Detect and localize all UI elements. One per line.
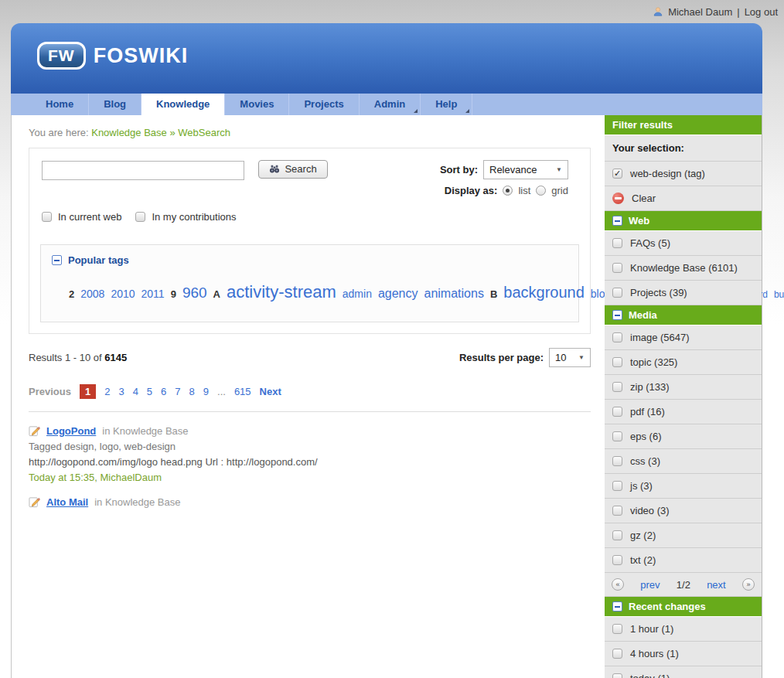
filter-item-label: eps (6) — [630, 431, 661, 442]
filter-item-label: Knowledge Base (6101) — [630, 262, 738, 274]
collapse-minus-icon[interactable] — [612, 216, 622, 226]
selection-checkbox[interactable]: ✓ — [612, 169, 622, 179]
tab-projects[interactable]: Projects — [289, 94, 359, 115]
page-link-last[interactable]: 615 — [234, 386, 251, 397]
search-panel: Search Sort by: Relevance ▼ Display — [29, 148, 591, 334]
search-input[interactable] — [42, 161, 244, 180]
search-scope-row: In current web In my contributions — [29, 202, 590, 235]
collapse-minus-icon[interactable] — [612, 310, 622, 320]
filter-item-label: gz (2) — [630, 530, 656, 541]
site-header: FW FOSWIKI — [11, 23, 762, 94]
tab-blog[interactable]: Blog — [89, 94, 141, 115]
filter-item-checkbox[interactable] — [612, 357, 622, 367]
filter-item-checkbox[interactable] — [612, 407, 622, 417]
logout-link[interactable]: Log out — [745, 6, 778, 18]
site-logo[interactable]: FW FOSWIKI — [37, 42, 188, 70]
page-link-2[interactable]: 2 — [104, 386, 110, 397]
breadcrumb-prefix: You are here: — [29, 127, 89, 138]
filter-item-checkbox[interactable] — [612, 530, 622, 540]
filter-item-label: js (3) — [630, 480, 653, 492]
page-link-6[interactable]: 6 — [161, 386, 166, 397]
pager-prev-link[interactable]: prev — [640, 579, 660, 591]
filter-item-checkbox[interactable] — [612, 288, 622, 298]
filter-item-checkbox[interactable] — [612, 506, 622, 516]
tag-2010[interactable]: 2010 — [111, 288, 135, 300]
filter-item-checkbox[interactable] — [612, 649, 622, 659]
user-name-link[interactable]: Michael Daum — [668, 6, 732, 18]
filter-item-checkbox[interactable] — [612, 456, 622, 466]
filter-item-checkbox[interactable] — [612, 673, 622, 678]
popular-tags-title: Popular tags — [68, 254, 129, 266]
pager-first-icon[interactable]: « — [612, 578, 624, 591]
filter-item-label: FAQs (5) — [630, 237, 670, 249]
filter-item-4: 4 hours (1) — [605, 642, 762, 666]
filter-results-header: Filter results — [605, 115, 762, 135]
page-link-8[interactable]: 8 — [189, 386, 195, 397]
pager-next-link[interactable]: next — [707, 579, 726, 591]
page-link-5[interactable]: 5 — [147, 386, 152, 397]
filter-item-checkbox[interactable] — [612, 263, 622, 273]
filter-item-label: txt (2) — [630, 554, 656, 566]
collapse-minus-icon[interactable] — [52, 255, 62, 265]
page-link-7[interactable]: 7 — [175, 386, 180, 397]
search-button[interactable]: Search — [258, 160, 327, 179]
filter-item-checkbox[interactable] — [612, 332, 622, 342]
top-user-bar: Michael Daum | Log out — [0, 0, 784, 23]
popular-tags-box: Popular tags 22008201020119960Aactivity-… — [40, 244, 579, 322]
page-link-4[interactable]: 4 — [133, 386, 138, 397]
display-list-radio[interactable] — [503, 186, 513, 196]
tab-home[interactable]: Home — [31, 94, 89, 115]
breadcrumb: You are here: Knowledge Base » WebSearch — [29, 115, 591, 148]
display-as-label: Display as: — [445, 185, 498, 196]
result-title-link[interactable]: Alto Mail — [46, 496, 88, 508]
filter-item-checkbox[interactable] — [612, 382, 622, 392]
logo-fw-badge: FW — [37, 42, 86, 70]
sort-select[interactable]: Relevance ▼ — [483, 160, 568, 179]
tag-agency[interactable]: agency — [378, 287, 418, 300]
filter-item-txt: txt (2) — [605, 548, 762, 573]
page-link-3[interactable]: 3 — [118, 386, 124, 397]
tab-help[interactable]: Help — [421, 94, 472, 115]
filter-item-checkbox[interactable] — [612, 481, 622, 491]
in-current-web-label: In current web — [58, 211, 121, 223]
pagination-next[interactable]: Next — [260, 386, 281, 397]
filter-item-topic: topic (325) — [605, 350, 762, 375]
tag-2011[interactable]: 2011 — [141, 288, 165, 300]
page-link-9[interactable]: 9 — [203, 386, 209, 397]
pagination-previous[interactable]: Previous — [29, 386, 71, 397]
in-my-contributions-checkbox[interactable] — [135, 212, 145, 222]
filter-item-faqs: FAQs (5) — [605, 231, 762, 256]
tag-2008[interactable]: 2008 — [80, 288, 104, 300]
tab-movies[interactable]: Movies — [225, 94, 289, 115]
selection-label: web-design (tag) — [630, 168, 705, 179]
collapse-minus-icon[interactable] — [612, 601, 622, 612]
tab-admin[interactable]: Admin — [360, 94, 421, 115]
in-my-contributions-label: In my contributions — [152, 211, 236, 223]
breadcrumb-link-knowledge-base[interactable]: Knowledge Base — [91, 127, 167, 138]
pager-last-icon[interactable]: » — [742, 578, 755, 591]
results-per-page-select[interactable]: 10 ▼ — [549, 348, 591, 367]
page-link-1[interactable]: 1 — [80, 384, 96, 399]
filter-item-checkbox[interactable] — [612, 431, 622, 441]
search-button-label: Search — [285, 163, 316, 175]
clear-filters-row[interactable]: Clear — [605, 186, 762, 211]
tag-admin[interactable]: admin — [343, 288, 372, 300]
tag-960[interactable]: 960 — [182, 284, 207, 301]
logo-text: FOSWIKI — [94, 44, 189, 68]
filter-item-checkbox[interactable] — [612, 555, 622, 565]
clear-icon — [612, 192, 624, 204]
tag-background[interactable]: background — [503, 284, 585, 301]
section-media-title: Media — [629, 309, 657, 321]
tag-animations[interactable]: animations — [424, 287, 484, 300]
tag-business-cards[interactable]: business-cards — [774, 289, 784, 300]
result-title-link[interactable]: LogoPond — [46, 425, 96, 437]
tab-knowledge[interactable]: Knowledge — [141, 94, 225, 115]
section-media-header: Media — [605, 305, 762, 325]
filter-item-checkbox[interactable] — [612, 624, 622, 634]
display-grid-radio[interactable] — [536, 186, 546, 196]
filter-item-checkbox[interactable] — [612, 238, 622, 248]
recent-changes-title: Recent changes — [629, 601, 706, 612]
tag-activity-stream[interactable]: activity-stream — [227, 282, 336, 302]
breadcrumb-link-websearch[interactable]: WebSearch — [178, 127, 230, 138]
in-current-web-checkbox[interactable] — [42, 212, 52, 222]
